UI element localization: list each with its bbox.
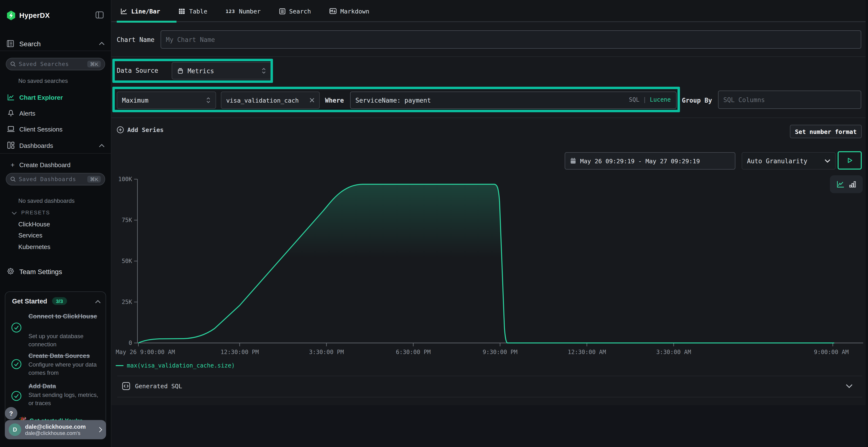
date-range-value: May 26 09:29:19 - May 27 09:29:19: [580, 157, 700, 165]
user-menu[interactable]: D dale@clickhouse.com dale@clickhouse.co…: [5, 420, 106, 439]
x-axis-labels: May 26 9:00:00 AM 12:30:00 PM 3:30:00 PM…: [116, 349, 849, 355]
divider: [0, 50, 111, 51]
chart-name-input[interactable]: [161, 30, 861, 49]
y-axis-labels: 100K 75K 50K 25K 0: [118, 176, 132, 346]
lucene-toggle[interactable]: Lucene: [650, 96, 671, 103]
code-icon: [122, 382, 130, 390]
svg-text:12:30:00 PM: 12:30:00 PM: [221, 349, 259, 355]
chevron-up-icon[interactable]: [99, 42, 105, 45]
play-icon: [846, 157, 853, 164]
chevron-down-icon[interactable]: [846, 384, 852, 388]
tab-number[interactable]: 123 Number: [226, 7, 261, 15]
plus-icon: +: [10, 161, 14, 169]
task-title[interactable]: Create Data Sources: [28, 351, 105, 361]
chart-name-label: Chart Name: [117, 36, 155, 43]
svg-text:50K: 50K: [122, 258, 132, 265]
sidebar-item-client-sessions[interactable]: Client Sessions: [19, 126, 62, 133]
divider: [0, 153, 111, 153]
database-icon: [177, 67, 184, 74]
window-right-edge: [866, 0, 868, 447]
svg-text:0: 0: [129, 340, 132, 346]
sidebar-item-chart-explorer[interactable]: Chart Explorer: [19, 94, 63, 101]
where-input-wrap: SQL | Lucene: [350, 92, 677, 109]
sql-toggle[interactable]: SQL: [629, 96, 640, 103]
check-circle-icon: [11, 359, 22, 370]
active-tab-indicator: [117, 21, 177, 23]
preset-kubernetes[interactable]: Kubernetes: [18, 243, 51, 250]
chevron-down-icon[interactable]: [11, 211, 17, 215]
chart-legend[interactable]: max(visa_validation_cache.size): [116, 362, 235, 369]
task-subtitle: Set up your database connection: [28, 332, 102, 348]
help-button[interactable]: ?: [5, 407, 18, 419]
sidebar-section-search[interactable]: Search: [19, 40, 41, 48]
add-series-button[interactable]: Add Series: [117, 126, 164, 133]
create-dashboard-button[interactable]: Create Dashboard: [19, 161, 70, 169]
metric-tag[interactable]: visa_validation_cach: [221, 92, 320, 109]
svg-text:9:00:00 AM: 9:00:00 AM: [814, 349, 849, 355]
hyperdx-logo-icon: [7, 10, 16, 20]
tab-label: Table: [189, 7, 207, 15]
timeseries-chart[interactable]: 100K 75K 50K 25K 0 May 26 9:00:00 AM 12:…: [111, 173, 868, 371]
group-by-input[interactable]: [718, 91, 861, 109]
user-org: dale@clickhouse.com's: [25, 430, 95, 436]
sidebar-item-team-settings[interactable]: Team Settings: [19, 268, 62, 276]
tab-line-bar[interactable]: Line/Bar: [121, 7, 160, 15]
avatar: D: [9, 423, 21, 436]
granularity-value: Auto Granularity: [747, 157, 807, 165]
document-lines-icon: [279, 8, 285, 14]
user-email: dale@clickhouse.com: [25, 423, 95, 430]
task-title[interactable]: Add Data: [28, 381, 105, 391]
task-title[interactable]: Connect to ClickHouse: [28, 311, 102, 321]
saved-searches-placeholder: Saved Searches: [19, 61, 85, 67]
series-area: [138, 184, 834, 343]
chevron-up-icon[interactable]: [95, 300, 101, 304]
no-saved-dashboards-text: No saved dashboards: [18, 198, 75, 204]
search-icon: [10, 176, 16, 182]
no-saved-searches-text: No saved searches: [18, 77, 68, 84]
app-title: HyperDX: [19, 11, 50, 19]
line-chart-icon: [121, 8, 127, 14]
generated-sql-toggle[interactable]: Generated SQL: [122, 382, 182, 390]
tab-markdown[interactable]: Markdown: [329, 7, 369, 15]
add-series-label: Add Series: [127, 126, 164, 133]
table-icon: [179, 8, 185, 14]
preset-clickhouse[interactable]: ClickHouse: [18, 220, 50, 228]
search-icon: [10, 61, 16, 67]
app-window: HyperDX Search Saved Searches ⌘K No save…: [0, 0, 868, 447]
granularity-select[interactable]: Auto Granularity: [742, 152, 836, 170]
sidebar-item-dashboards[interactable]: Dashboards: [19, 142, 53, 149]
updown-chevrons-icon: [261, 67, 266, 74]
laptop-icon: [7, 126, 15, 133]
main-panel: Line/Bar Table 123 Number Search Markdow…: [111, 0, 868, 447]
tab-label: Number: [239, 7, 261, 15]
data-source-value: Metrics: [188, 67, 214, 74]
task-subtitle: Configure where your data comes from: [28, 361, 102, 377]
presets-header[interactable]: PRESETS: [21, 209, 50, 215]
preset-services[interactable]: Services: [18, 232, 42, 239]
divider: [117, 397, 862, 398]
date-range-input[interactable]: May 26 09:29:19 - May 27 09:29:19: [565, 152, 735, 170]
set-number-format-button[interactable]: Set number format: [790, 125, 862, 138]
chevron-up-icon[interactable]: [99, 144, 105, 147]
data-source-select[interactable]: Metrics: [172, 62, 272, 79]
sidebar-item-alerts[interactable]: Alerts: [19, 110, 35, 117]
collapse-sidebar-icon[interactable]: [95, 11, 104, 19]
saved-searches-input[interactable]: Saved Searches ⌘K: [6, 58, 105, 70]
tab-search[interactable]: Search: [279, 7, 311, 15]
run-query-button[interactable]: [838, 151, 862, 170]
get-started-title: Get Started: [12, 298, 47, 305]
where-input[interactable]: [350, 92, 677, 109]
saved-dashboards-placeholder: Saved Dashboards: [19, 176, 85, 182]
data-source-label: Data Source: [117, 67, 158, 74]
plus-circle-icon: [117, 126, 124, 133]
saved-dashboards-input[interactable]: Saved Dashboards ⌘K: [6, 173, 105, 185]
svg-text:25K: 25K: [122, 299, 132, 305]
svg-text:9:30:00 PM: 9:30:00 PM: [483, 349, 518, 355]
divider: [117, 376, 862, 376]
aggregation-select[interactable]: Maximum: [117, 92, 216, 109]
dashboards-grid-icon: [7, 142, 14, 149]
close-icon[interactable]: [310, 98, 314, 103]
calendar-icon: [570, 158, 576, 164]
check-circle-icon: [11, 391, 22, 401]
tab-table[interactable]: Table: [179, 7, 207, 15]
